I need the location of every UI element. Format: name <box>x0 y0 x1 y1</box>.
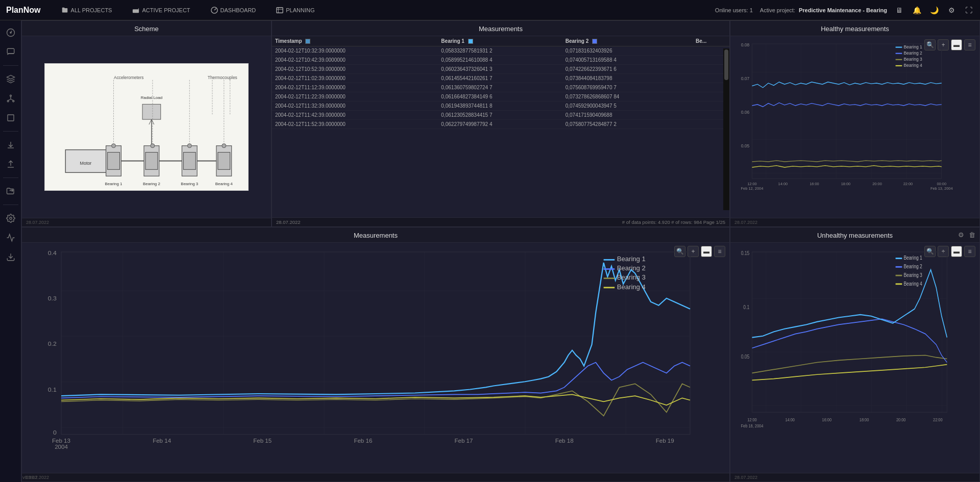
gear-icon[interactable]: ⚙ <box>946 5 957 15</box>
bearing-diagram-svg: Motor Bearing 1 Bearing 2 Radial Load <box>44 63 249 191</box>
svg-text:Radial Load: Radial Load <box>141 95 162 100</box>
nav-dashboard[interactable]: DASHBOARD <box>207 5 260 16</box>
unhealthy-footer: 28.07.2022 <box>730 473 979 481</box>
svg-rect-110 <box>896 266 902 268</box>
svg-text:0.05: 0.05 <box>741 353 750 360</box>
svg-text:Bearing 3: Bearing 3 <box>903 272 922 278</box>
sidebar-separator-3 <box>3 177 18 178</box>
nav-active-project[interactable]: ACTIVE PROJECT <box>128 5 194 16</box>
unhealthy-title: Unhealthy measurements <box>730 227 979 243</box>
sidebar-download2[interactable] <box>3 249 19 265</box>
dashboard-icon <box>211 7 218 14</box>
table-row: 2004-02-12T11:02:39.00000000,06145544216… <box>272 74 729 83</box>
svg-text:Feb 15: Feb 15 <box>253 438 272 444</box>
sidebar-chart[interactable] <box>3 230 19 246</box>
sidebar-download[interactable] <box>3 137 19 153</box>
unhealthy-settings-icon[interactable]: ⚙ <box>958 231 964 239</box>
svg-point-47 <box>151 144 155 148</box>
svg-text:0.05: 0.05 <box>741 143 750 148</box>
col-bearing1: Bearing 1 <box>438 36 562 46</box>
svg-text:Feb 13: Feb 13 <box>52 438 70 444</box>
svg-text:2004: 2004 <box>55 444 68 449</box>
sidebar-comments[interactable] <box>3 44 19 60</box>
table-row: 2004-02-12T11:32:39.00000000,06194389374… <box>272 102 729 111</box>
sidebar-network[interactable] <box>3 90 19 107</box>
svg-text:0: 0 <box>53 429 57 435</box>
sidebar-layers[interactable] <box>3 71 19 87</box>
svg-text:Bearing 1: Bearing 1 <box>903 255 922 261</box>
measurements-table-container[interactable]: Timestamp Bearing 1 Bearing 2 Be... <box>272 36 729 217</box>
sidebar-upload[interactable] <box>3 156 19 172</box>
scheme-footer: 28.07.2022 <box>22 218 271 226</box>
svg-rect-90 <box>604 268 615 270</box>
svg-text:Bearing 3: Bearing 3 <box>617 274 646 281</box>
svg-text:Bearing 2: Bearing 2 <box>143 182 160 186</box>
monitor-icon[interactable]: 🖥 <box>894 5 904 15</box>
table-row: 2004-02-12T11:42:39.00000000,06123052883… <box>272 111 729 120</box>
svg-rect-94 <box>604 287 615 288</box>
svg-text:Bearing 4: Bearing 4 <box>903 63 922 68</box>
topbar-right: Online users: 1 Active project: Predicti… <box>715 5 974 15</box>
table-row: 2004-02-12T10:42:39.00000000,05899521461… <box>272 56 729 65</box>
svg-rect-73 <box>61 252 690 435</box>
unhealthy-chart-container: 0.15 0.1 0.05 12:00 Feb 18, 2004 14:00 1… <box>730 243 979 473</box>
svg-point-7 <box>10 95 11 96</box>
svg-text:Feb 14: Feb 14 <box>153 438 171 444</box>
table-footer: 28.07.2022 # of data points: 4.920 # of … <box>272 217 729 226</box>
svg-text:0.3: 0.3 <box>48 295 57 301</box>
table-row: 2004-02-12T11:12:39.00000000,06136075980… <box>272 83 729 92</box>
sidebar-separator-1 <box>3 65 18 66</box>
svg-text:Bearing 1: Bearing 1 <box>903 44 922 49</box>
svg-line-11 <box>8 99 10 100</box>
nav-planning[interactable]: PLANNING <box>272 5 318 16</box>
svg-text:20:00: 20:00 <box>872 182 882 186</box>
svg-text:Bearing 1: Bearing 1 <box>617 256 646 263</box>
sidebar-settings[interactable] <box>3 210 19 226</box>
svg-text:18:00: 18:00 <box>860 417 869 422</box>
measurements-table-body: 2004-02-12T10:32:39.00000000,05833287758… <box>272 46 729 129</box>
sidebar-folder-share[interactable] <box>3 183 19 199</box>
version-label: v8.39.2 <box>22 475 38 480</box>
svg-rect-36 <box>218 153 230 170</box>
sidebar-separator-4 <box>3 205 18 205</box>
sidebar-speedometer[interactable] <box>3 24 19 41</box>
sidebar-square[interactable] <box>3 110 19 126</box>
bearing2-indicator <box>592 39 597 44</box>
svg-text:0.15: 0.15 <box>741 249 750 256</box>
svg-point-8 <box>7 100 9 102</box>
svg-rect-114 <box>896 283 902 285</box>
svg-rect-6 <box>7 48 14 54</box>
timestamp-indicator <box>305 39 310 44</box>
unhealthy-trash-icon[interactable]: 🗑 <box>969 231 975 239</box>
svg-text:Thermocouples: Thermocouples <box>208 75 237 80</box>
healthy-title: Healthy measurements <box>730 21 979 36</box>
vertical-scrollbar-thumb[interactable] <box>724 49 728 80</box>
vertical-scrollbar[interactable] <box>723 48 729 210</box>
unhealthy-chart-svg: 0.15 0.1 0.05 12:00 Feb 18, 2004 14:00 1… <box>730 245 979 473</box>
svg-text:Feb 17: Feb 17 <box>455 438 473 444</box>
svg-text:0.06: 0.06 <box>741 110 750 115</box>
col-bearing-truncated: Be... <box>693 36 729 46</box>
svg-rect-33 <box>183 153 195 170</box>
svg-point-49 <box>222 144 226 148</box>
sidebar <box>0 20 21 482</box>
meas-chart-svg: 0.4 0.3 0.2 0.1 0 Feb 13 2004 Feb 14 Feb… <box>22 245 729 473</box>
unhealthy-measurements-panel: Unhealthy measurements ⚙ 🗑 🔍 + ▬ ≡ <box>730 227 980 482</box>
col-timestamp: Timestamp <box>272 36 438 46</box>
svg-text:16:00: 16:00 <box>810 182 819 186</box>
table-row: 2004-02-12T10:32:39.00000000,05833287758… <box>272 46 729 56</box>
bell-icon[interactable]: 🔔 <box>912 5 922 15</box>
svg-text:Bearing 4: Bearing 4 <box>903 280 922 286</box>
moon-icon[interactable]: 🌙 <box>929 5 939 15</box>
svg-text:Accelerometers: Accelerometers <box>114 75 144 80</box>
svg-text:Bearing 3: Bearing 3 <box>181 182 199 186</box>
svg-text:14:00: 14:00 <box>778 182 788 186</box>
svg-point-16 <box>9 217 12 220</box>
measurements-chart-title: Measurements <box>22 227 729 243</box>
svg-text:Bearing 3: Bearing 3 <box>903 57 922 62</box>
fullscreen-icon[interactable]: ⛶ <box>964 5 974 15</box>
nav-all-projects[interactable]: Scheme ALL PROJECTS <box>57 5 116 16</box>
bearing1-indicator <box>468 39 473 44</box>
measurements-table-panel: Measurements Timestamp Bearing 1 <box>272 20 730 227</box>
svg-rect-22 <box>108 153 120 170</box>
